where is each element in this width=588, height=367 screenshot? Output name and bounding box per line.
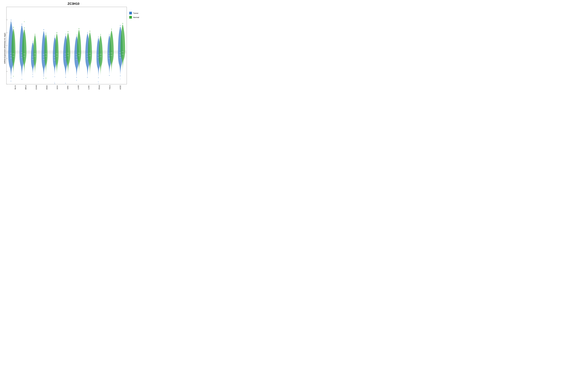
x-label-LUSC: LUSC — [87, 85, 90, 90]
svg-point-68 — [76, 77, 77, 78]
violin-THCA-normal — [110, 29, 114, 74]
svg-point-101 — [120, 25, 121, 26]
legend-box-normal — [129, 16, 132, 19]
svg-point-40 — [43, 76, 44, 76]
x-label-LUAD: LUAD — [77, 85, 79, 90]
violin-LUSC-normal — [88, 31, 92, 75]
svg-rect-62 — [67, 56, 69, 56]
svg-point-59 — [65, 77, 66, 78]
svg-point-49 — [54, 76, 55, 77]
svg-point-22 — [22, 79, 22, 80]
svg-rect-28 — [32, 59, 34, 59]
svg-point-89 — [100, 34, 101, 35]
x-axis-container: BLCA BRCA COAD HNSC KICH KIRC LUAD LUSC … — [6, 85, 127, 90]
svg-point-34 — [35, 34, 35, 34]
svg-rect-32 — [34, 54, 36, 54]
x-label-HNSC: HNSC — [46, 85, 48, 90]
violin-COAD-normal — [34, 34, 37, 75]
plot-area: 10 9 8 7 6 5 — [6, 7, 127, 84]
svg-point-12 — [11, 81, 11, 81]
svg-rect-42 — [45, 56, 47, 56]
svg-point-29 — [33, 41, 33, 42]
x-label-COAD: COAD — [35, 85, 37, 90]
svg-point-85 — [98, 82, 99, 82]
svg-point-30 — [33, 76, 33, 77]
violin-KIRC-normal — [66, 31, 70, 75]
svg-point-26 — [24, 21, 25, 22]
svg-rect-105 — [122, 52, 124, 52]
svg-rect-100 — [119, 57, 121, 58]
svg-point-72 — [79, 28, 79, 29]
svg-rect-65 — [76, 57, 78, 57]
legend-item-normal: Normal — [129, 16, 143, 19]
legend: Tumor Normal — [128, 7, 144, 90]
svg-point-76 — [87, 32, 88, 33]
svg-point-103 — [120, 75, 121, 76]
x-label-BLCA: BLCA — [14, 85, 17, 90]
svg-rect-14 — [12, 56, 14, 56]
chart-body: mRNA Expression (RNASeq V2, log2) 10 9 — [3, 7, 144, 90]
chart-container: ZC3H10 mRNA Expression (RNASeq V2, log2)… — [3, 2, 144, 90]
svg-point-77 — [87, 77, 88, 78]
svg-point-97 — [111, 29, 112, 29]
svg-point-80 — [90, 31, 90, 32]
svg-rect-24 — [23, 56, 25, 56]
svg-rect-53 — [56, 56, 58, 56]
svg-point-102 — [120, 27, 121, 28]
svg-rect-66 — [76, 59, 78, 59]
svg-rect-8 — [10, 58, 12, 58]
y-axis-label: mRNA Expression (RNASeq V2, log2) — [3, 7, 6, 90]
legend-label-normal: Normal — [133, 16, 139, 18]
svg-point-15 — [13, 27, 14, 28]
svg-point-11 — [11, 78, 11, 78]
svg-point-38 — [43, 29, 44, 30]
svg-point-86 — [98, 83, 99, 83]
svg-point-10 — [10, 22, 11, 22]
svg-rect-41 — [45, 54, 47, 54]
legend-item-tumor: Tumor — [129, 12, 143, 14]
x-label-KIRC: KIRC — [67, 85, 69, 90]
svg-rect-52 — [56, 54, 58, 54]
svg-point-69 — [76, 80, 77, 81]
x-label-UCEC: UCEC — [119, 85, 121, 90]
violin-KICH-normal — [55, 32, 58, 75]
svg-rect-23 — [23, 54, 25, 54]
svg-rect-106 — [122, 54, 124, 54]
svg-rect-79 — [89, 56, 91, 56]
plot-area-wrapper: 10 9 8 7 6 5 — [6, 7, 127, 90]
svg-point-63 — [68, 31, 68, 32]
svg-rect-33 — [34, 56, 36, 56]
svg-point-108 — [122, 25, 123, 26]
x-label-THCA: THCA — [109, 85, 111, 90]
svg-rect-78 — [89, 53, 91, 53]
plot-and-legend: 10 9 8 7 6 5 — [6, 7, 144, 90]
svg-rect-61 — [67, 53, 69, 53]
svg-rect-96 — [111, 55, 112, 56]
svg-rect-37 — [43, 59, 45, 59]
x-label-BRCA: BRCA — [25, 85, 27, 90]
violin-PRAD-normal — [99, 34, 103, 76]
svg-point-58 — [65, 34, 66, 34]
svg-point-31 — [33, 74, 33, 75]
svg-rect-71 — [78, 56, 80, 56]
svg-point-21 — [21, 26, 22, 26]
x-label-PRAD: PRAD — [98, 85, 100, 90]
svg-point-20 — [22, 24, 22, 25]
svg-rect-47 — [54, 60, 56, 60]
svg-point-94 — [109, 75, 110, 76]
svg-point-51 — [54, 82, 55, 83]
svg-rect-70 — [78, 53, 80, 53]
svg-point-107 — [122, 23, 123, 24]
svg-rect-13 — [12, 54, 14, 54]
svg-rect-87 — [100, 54, 102, 54]
legend-box-tumor — [129, 12, 132, 14]
x-label-KICH: KICH — [56, 85, 58, 90]
svg-point-104 — [120, 79, 121, 79]
legend-label-tumor: Tumor — [133, 12, 138, 14]
svg-point-39 — [43, 78, 44, 79]
svg-point-60 — [65, 83, 66, 83]
svg-rect-88 — [100, 57, 102, 57]
svg-point-93 — [109, 34, 110, 35]
svg-rect-95 — [111, 53, 112, 53]
svg-point-44 — [46, 78, 46, 78]
